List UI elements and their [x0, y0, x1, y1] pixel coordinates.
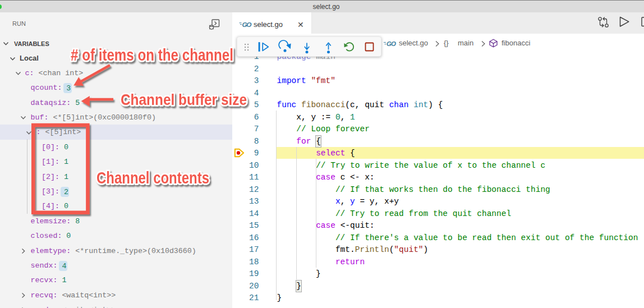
- svg-text:# of items on the channel: # of items on the channel: [71, 46, 233, 64]
- svg-text:Channel contents: Channel contents: [96, 169, 209, 187]
- svg-text:Channel buffer size: Channel buffer size: [121, 91, 247, 108]
